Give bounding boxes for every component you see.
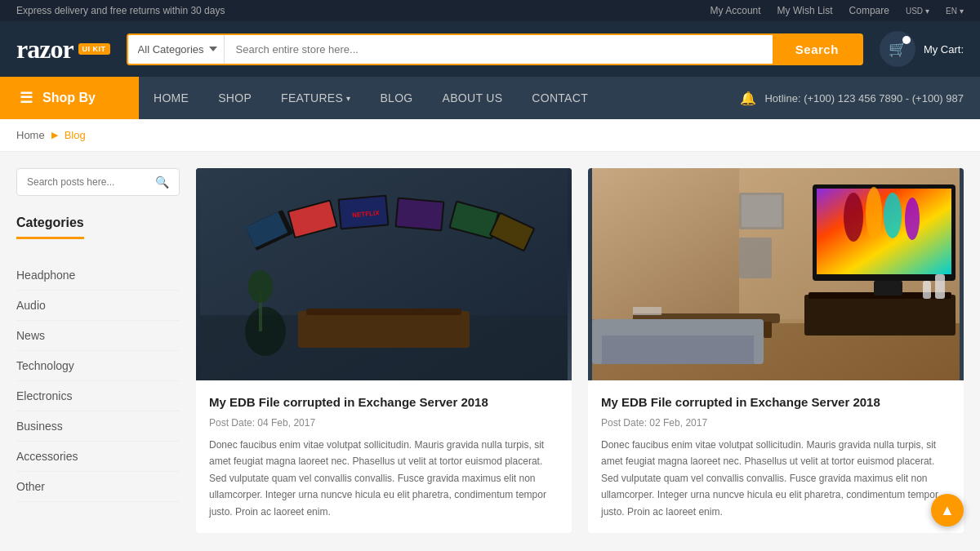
search-input[interactable] <box>225 35 773 64</box>
sidebar: 🔍 Categories Headphone Audio News Techno… <box>16 168 180 533</box>
cart-label: My Cart: <box>924 43 964 56</box>
language-dropdown[interactable]: EN ▾ <box>946 7 964 16</box>
promo-text: Express delivery and free returns within… <box>16 5 225 16</box>
blog-post-1-image[interactable]: NETFLIX <box>196 168 572 380</box>
nav-home[interactable]: HOME <box>139 77 203 119</box>
blog-post-1-excerpt: Donec faucibus enim vitae volutpat solli… <box>209 437 559 520</box>
svg-point-30 <box>905 198 920 240</box>
svg-point-27 <box>844 193 863 242</box>
category-audio[interactable]: Audio <box>16 291 180 321</box>
svg-rect-23 <box>804 295 956 335</box>
sidebar-search-bar: 🔍 <box>16 168 180 196</box>
blog-grid: NETFLIX My EDB File corrupte <box>196 168 964 533</box>
my-account-link[interactable]: My Account <box>710 5 761 16</box>
shop-by-label: Shop By <box>42 91 96 105</box>
hotline: 🔔 Hotline: (+100) 123 456 7890 - (+100) … <box>724 77 980 119</box>
svg-rect-12 <box>397 199 443 230</box>
sidebar-search-icon[interactable]: 🔍 <box>155 176 169 189</box>
logo-badge: UI KIT <box>78 43 110 55</box>
nav-features[interactable]: FEATURES ▾ <box>266 77 365 119</box>
svg-rect-41 <box>739 238 772 278</box>
search-button[interactable]: Search <box>773 35 862 64</box>
blog-post-1-date: Post Date: 04 Feb, 2017 <box>209 417 559 429</box>
category-electronics[interactable]: Electronics <box>16 381 180 411</box>
logo[interactable]: razor UI KIT <box>16 34 110 64</box>
logo-text: razor <box>16 34 74 64</box>
blog-post-2-title[interactable]: My EDB File corrupted in Exchange Server… <box>601 393 951 411</box>
blog-post-2-image[interactable] <box>588 168 964 380</box>
bell-icon: 🔔 <box>740 91 756 106</box>
category-accessories[interactable]: Accessories <box>16 442 180 472</box>
category-select[interactable]: All Categories Headphone Audio Electroni… <box>128 35 225 64</box>
scroll-top-button[interactable]: ▲ <box>931 494 964 527</box>
breadcrumb-arrow: ▶ <box>51 130 58 140</box>
header: razor UI KIT All Categories Headphone Au… <box>0 21 980 77</box>
svg-rect-42 <box>935 274 945 299</box>
wish-list-link[interactable]: My Wish List <box>777 5 833 16</box>
svg-point-17 <box>245 307 286 356</box>
svg-rect-34 <box>764 322 772 338</box>
category-headphone[interactable]: Headphone <box>16 260 180 291</box>
compare-link[interactable]: Compare <box>849 5 889 16</box>
nav-contact[interactable]: CONTACT <box>517 77 603 119</box>
svg-rect-2 <box>298 311 470 348</box>
blog-post-2-body: My EDB File corrupted in Exchange Server… <box>588 380 964 533</box>
blog-post-1-body: My EDB File corrupted in Exchange Server… <box>196 380 572 533</box>
nav-links: HOME SHOP FEATURES ▾ BLOG ABOUT US CONTA… <box>139 77 724 119</box>
cart-dot <box>902 36 911 44</box>
main-content: 🔍 Categories Headphone Audio News Techno… <box>0 152 980 549</box>
hotline-text: Hotline: (+100) 123 456 7890 - (+100) 98… <box>764 92 964 104</box>
blog-post-2: My EDB File corrupted in Exchange Server… <box>588 168 964 533</box>
breadcrumb-home[interactable]: Home <box>16 129 45 141</box>
shop-by-button[interactable]: ☰ Shop By <box>0 77 139 119</box>
svg-point-29 <box>884 193 902 238</box>
blog-post-1: NETFLIX My EDB File corrupte <box>196 168 572 533</box>
blog-post-1-title[interactable]: My EDB File corrupted in Exchange Server… <box>209 393 559 411</box>
svg-rect-43 <box>923 281 931 299</box>
svg-rect-31 <box>874 281 902 295</box>
category-news[interactable]: News <box>16 321 180 351</box>
cart-icon[interactable]: 🛒 <box>880 31 915 67</box>
search-bar: All Categories Headphone Audio Electroni… <box>127 33 863 65</box>
svg-point-19 <box>248 270 273 303</box>
svg-rect-40 <box>742 195 782 227</box>
category-other[interactable]: Other <box>16 472 180 502</box>
svg-rect-38 <box>754 319 764 364</box>
features-dropdown-arrow: ▾ <box>346 94 350 103</box>
nav-shop[interactable]: SHOP <box>203 77 266 119</box>
svg-rect-26 <box>817 189 951 274</box>
blog-post-2-date: Post Date: 02 Feb, 2017 <box>601 417 951 429</box>
currency-dropdown[interactable]: USD ▾ <box>906 7 929 16</box>
hamburger-icon: ☰ <box>20 89 33 107</box>
top-bar-right: My Account My Wish List Compare USD ▾ EN… <box>710 5 964 16</box>
svg-point-28 <box>866 187 882 239</box>
nav-about[interactable]: ABOUT US <box>428 77 518 119</box>
categories-section: Categories Headphone Audio News Technolo… <box>16 216 180 502</box>
nav-blog[interactable]: BLOG <box>365 77 427 119</box>
breadcrumb: Home ▶ Blog <box>0 119 980 152</box>
category-business[interactable]: Business <box>16 411 180 442</box>
categories-title: Categories <box>16 216 84 239</box>
svg-rect-44 <box>633 307 662 315</box>
svg-rect-37 <box>592 319 602 364</box>
category-list: Headphone Audio News Technology Electron… <box>16 260 180 502</box>
nav-bar: ☰ Shop By HOME SHOP FEATURES ▾ BLOG ABOU… <box>0 77 980 119</box>
category-technology[interactable]: Technology <box>16 351 180 381</box>
breadcrumb-current: Blog <box>65 129 86 141</box>
sidebar-search-input[interactable] <box>27 176 155 188</box>
top-bar: Express delivery and free returns within… <box>0 0 980 21</box>
cart-area: 🛒 My Cart: <box>880 31 964 67</box>
svg-rect-3 <box>306 309 461 315</box>
blog-post-2-excerpt: Donec faucibus enim vitae volutpat solli… <box>601 437 951 520</box>
svg-rect-36 <box>592 319 764 335</box>
